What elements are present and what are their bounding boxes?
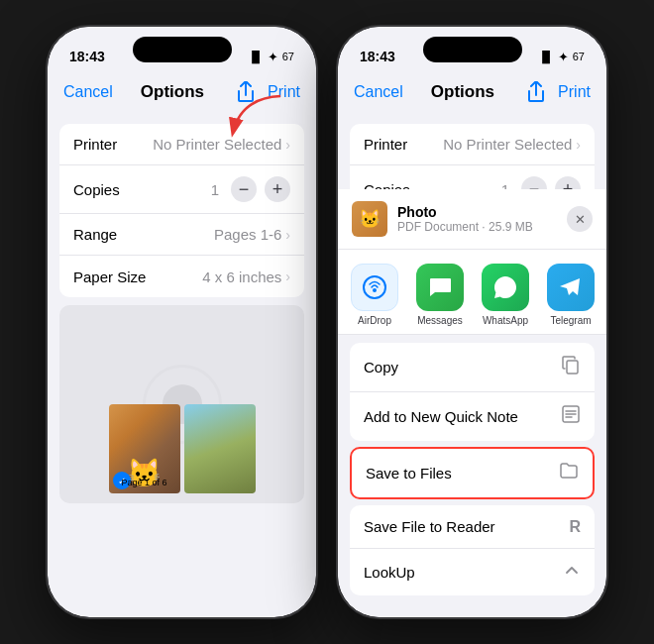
messages-icon: [416, 264, 464, 311]
copy-label: Copy: [364, 359, 398, 376]
printer-row-right[interactable]: Printer No Printer Selected ›: [350, 124, 595, 165]
photo-1[interactable]: ✓ Page 1 of 6: [109, 404, 180, 493]
right-phone: 18:43 ▐▌ ✦ 67 Cancel Options Print: [336, 25, 608, 619]
status-icons-right: ▐▌ ✦ 67: [538, 50, 585, 64]
share-button-right[interactable]: [522, 78, 550, 106]
app-whatsapp[interactable]: WhatsApp: [481, 264, 530, 326]
save-to-files-action[interactable]: Save to Files: [352, 449, 593, 497]
status-icons-left: ▐▌ ✦ 67: [248, 50, 294, 64]
save-reader-icon: R: [569, 518, 581, 536]
share-sheet-close[interactable]: ✕: [567, 206, 593, 232]
copy-action[interactable]: Copy: [350, 343, 595, 392]
print-button-right[interactable]: Print: [558, 83, 591, 101]
whatsapp-label: WhatsApp: [483, 315, 528, 326]
copies-decrease[interactable]: −: [231, 176, 257, 202]
left-screen: 18:43 ▐▌ ✦ 67 Cancel Options Print: [48, 27, 316, 617]
app-airdrop[interactable]: AirDrop: [350, 264, 399, 326]
copies-control: 1 − +: [207, 176, 290, 202]
save-to-files-label: Save to Files: [366, 465, 452, 482]
share-header: 🐱 Photo PDF Document · 25.9 MB ✕: [338, 189, 606, 250]
status-time-left: 18:43: [69, 49, 105, 64]
options-group-left: Printer No Printer Selected › Copies 1 −…: [59, 124, 304, 297]
airdrop-icon: [351, 264, 398, 311]
quick-note-action[interactable]: Add to New Quick Note: [350, 392, 595, 441]
arrow-annotation: [221, 88, 280, 138]
quick-note-label: Add to New Quick Note: [364, 408, 518, 425]
doc-subtitle: PDF Document · 25.9 MB: [397, 220, 557, 234]
paper-size-value: 4 x 6 inches ›: [202, 268, 290, 285]
left-phone: 18:43 ▐▌ ✦ 67 Cancel Options Print: [46, 25, 318, 619]
app-telegram[interactable]: Telegram: [546, 264, 596, 326]
page-indicator: Page 1 of 6: [121, 478, 166, 487]
copy-icon: [561, 355, 581, 379]
photo-2[interactable]: [184, 404, 256, 493]
app-messages[interactable]: Messages: [415, 264, 465, 326]
preview-photos: ✓ Page 1 of 6: [109, 404, 256, 493]
quick-note-icon: [561, 404, 581, 429]
paper-size-row[interactable]: Paper Size 4 x 6 inches ›: [59, 256, 304, 297]
lookup-icon: [563, 561, 581, 584]
preview-area-left: ✓ Page 1 of 6: [59, 305, 304, 503]
messages-label: Messages: [417, 315, 463, 326]
page-title-right: Options: [431, 82, 494, 102]
save-reader-action[interactable]: Save File to Reader R: [350, 505, 595, 549]
action-group-3: Save File to Reader R LookUp: [350, 505, 595, 595]
right-screen: 18:43 ▐▌ ✦ 67 Cancel Options Print: [338, 27, 606, 617]
svg-point-1: [364, 276, 385, 298]
copies-row[interactable]: Copies 1 − +: [59, 165, 304, 214]
lookup-action[interactable]: LookUp: [350, 549, 595, 595]
telegram-icon: [547, 264, 595, 311]
doc-info: Photo PDF Document · 25.9 MB: [397, 204, 557, 234]
lookup-label: LookUp: [364, 564, 415, 581]
range-row[interactable]: Range Pages 1-6 ›: [59, 214, 304, 256]
doc-thumbnail: 🐱: [352, 201, 387, 237]
paper-size-label: Paper Size: [73, 268, 146, 285]
save-to-files-icon: [559, 461, 579, 485]
svg-point-2: [373, 288, 377, 292]
telegram-label: Telegram: [550, 315, 591, 326]
cancel-button-left[interactable]: Cancel: [63, 83, 113, 101]
whatsapp-icon: [482, 264, 529, 311]
outdoor-photo: [184, 404, 256, 493]
cancel-button-right[interactable]: Cancel: [354, 83, 403, 101]
svg-rect-6: [567, 361, 578, 374]
action-list: Copy Add to New Quick Note: [350, 343, 595, 595]
copies-value: 1: [207, 181, 223, 198]
dynamic-island-left: [133, 37, 232, 62]
page-title-left: Options: [141, 82, 204, 102]
range-label: Range: [73, 226, 117, 243]
save-reader-label: Save File to Reader: [364, 518, 495, 535]
doc-title: Photo: [397, 204, 557, 220]
apps-row: AirDrop Messages: [338, 250, 606, 334]
airdrop-label: AirDrop: [358, 315, 391, 326]
status-time-right: 18:43: [360, 49, 395, 64]
action-group-1: Copy Add to New Quick Note: [350, 343, 595, 441]
dynamic-island-right: [423, 37, 522, 62]
share-sheet: 🐱 Photo PDF Document · 25.9 MB ✕: [338, 189, 606, 617]
copies-label: Copies: [73, 181, 120, 198]
printer-label: Printer: [73, 136, 117, 153]
copies-increase[interactable]: +: [265, 176, 290, 202]
range-value: Pages 1-6 ›: [214, 226, 290, 243]
